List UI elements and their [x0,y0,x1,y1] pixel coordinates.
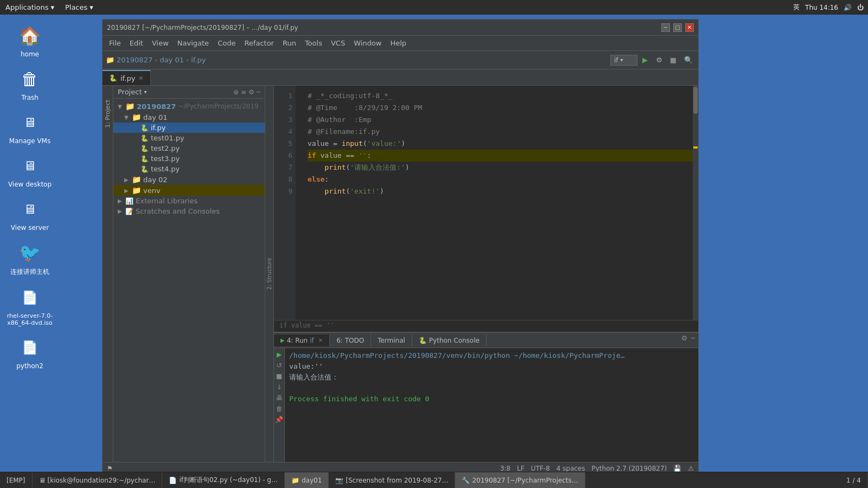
run-clear-btn[interactable]: 🗑 [275,404,284,413]
home-icon: 🏠 [17,23,43,49]
power-icon[interactable]: ⏻ [857,4,864,11]
code-lines[interactable]: # _*_coding:utf-8_*_ # @Time :8/29/19 2:… [303,86,693,320]
close-button[interactable]: ✕ [685,23,694,32]
tree-ext-libs-label: External Libraries [136,197,197,205]
indent[interactable]: 4 spaces [557,465,585,472]
desktop-icon-view-desktop[interactable]: 🖥 View desktop [3,150,57,191]
run-output[interactable]: /home/kiosk/PycharmProjects/20190827/ven… [285,348,698,462]
sync-icon[interactable]: ⊕ [233,88,239,96]
taskbar-pycharm[interactable]: 🔧 20190827 [~/PycharmProjects… [455,472,585,488]
pycharm-label: 20190827 [~/PycharmProjects… [472,477,578,484]
settings-icon[interactable]: ⚙ [248,88,254,96]
project-dropdown-arrow[interactable]: ▾ [144,89,146,95]
tree-day01[interactable]: ▼ 📁 day 01 [113,112,265,123]
debug-button[interactable]: ⚙ [653,54,666,67]
structure-label[interactable]: 2: Structure [266,258,272,290]
filter-icon[interactable]: ≡ [241,88,246,96]
menu-code[interactable]: Code [213,38,240,48]
desktop-icon-python2[interactable]: 📄 python2 [3,332,57,373]
run-pin-btn[interactable]: 📌 [275,415,284,424]
run-tab-todo[interactable]: 6: TODO [330,335,371,346]
code-line-8: else: [308,174,693,185]
taskbar: [EMP] 🖥 [kiosk@foundation29:~/pychar… 📄 … [0,472,868,488]
code-scroll[interactable]: 1 2 3 4 5 6 7 8 9 [274,86,698,320]
taskbar-emp[interactable]: [EMP] [0,472,33,488]
run-stop-btn[interactable]: ■ [275,372,284,381]
lang-indicator[interactable]: 英 [793,3,800,12]
run-play-btn[interactable]: ▶ [275,350,284,359]
view-server-label: View server [11,224,49,232]
menu-file[interactable]: File [105,38,125,48]
menu-navigate[interactable]: Navigate [173,38,213,48]
desktop-icon-home[interactable]: 🏠 home [3,20,57,61]
menu-help[interactable]: Help [386,38,411,48]
editor-content: 1 2 3 4 5 6 7 8 9 [274,86,698,462]
tree-root[interactable]: ▼ 📁 20190827 ~/PycharmProjects/2019 [113,101,265,112]
tree-test4[interactable]: 🐍 test4.py [113,164,265,174]
tree-external-libs[interactable]: ▶ 📊 External Libraries [113,196,265,206]
places-arrow: ▾ [90,3,93,11]
maximize-button[interactable]: □ [673,23,682,32]
taskbar-day01[interactable]: 📁 day01 [285,472,329,488]
tree-if-py[interactable]: 🐍 if.py [113,123,265,133]
run-tab-python-console[interactable]: 🐍 Python Console [412,335,487,346]
code-line-1: # _*_coding:utf-8_*_ [308,90,693,102]
desktop-icon-manage-vms[interactable]: 🖥 Manage VMs [3,107,57,147]
run-settings-icon[interactable]: ⚙ [681,334,688,342]
run-tab-terminal[interactable]: Terminal [371,335,412,346]
desktop-icon-rhel[interactable]: 📄 rhel-server-7.0-x86_64-dvd.iso [3,282,57,329]
collapse-icon[interactable]: ─ [257,88,260,96]
menu-run[interactable]: Run [278,38,301,48]
taskbar-kiosk[interactable]: 🖥 [kiosk@foundation29:~/pychar… [33,472,163,488]
run-config-selector[interactable]: if ▾ [610,55,637,66]
tree-venv[interactable]: ▶ 📁 venv [113,185,265,196]
breadcrumb-file[interactable]: if.py [191,56,206,64]
stop-button[interactable]: ■ [667,54,680,67]
menu-tools[interactable]: Tools [301,38,327,48]
hint-text: if value == '' [279,322,334,329]
save-icon[interactable]: 💾 [673,465,681,472]
breadcrumb-day01[interactable]: day 01 [159,56,184,64]
run-tab-label: 4: Run [287,337,308,344]
minimize-button[interactable]: ─ [661,23,670,32]
run-tab-close[interactable]: ✕ [318,337,323,343]
tree-day02[interactable]: ▶ 📁 day 02 [113,174,265,185]
applications-menu[interactable]: Applications ▾ [0,2,60,12]
run-button[interactable]: ▶ [639,54,652,67]
run-rerun-btn[interactable]: ↺ [275,361,284,370]
desktop-icon-trash[interactable]: 🗑 Trash [3,63,57,104]
menu-vcs[interactable]: VCS [327,38,349,48]
tree-test01[interactable]: 🐍 test01.py [113,133,265,143]
taskbar-screenshot[interactable]: 📷 [Screenshot from 2019-08-27… [329,472,455,488]
line-ending[interactable]: LF [517,465,525,472]
tab-close-button[interactable]: ✕ [138,75,143,82]
taskbar-if-py[interactable]: 📄 if判断语句02.py (~day01) - g… [162,472,285,488]
run-scroll-btn[interactable]: ↓ [275,383,284,391]
breadcrumb-project[interactable]: 20190827 [117,56,152,64]
run-tab-run[interactable]: ▶ 4: Run if ✕ [274,335,330,346]
editor-scrollbar[interactable] [693,86,698,320]
encoding[interactable]: UTF-8 [531,465,550,472]
menu-view[interactable]: View [148,38,173,48]
tree-test2[interactable]: 🐍 test2.py [113,143,265,153]
event-log-icon[interactable]: ⚠ [688,465,694,472]
run-print-btn[interactable]: 🖶 [275,394,284,402]
volume-icon[interactable]: 🔊 [844,4,852,11]
menu-refactor[interactable]: Refactor [240,38,278,48]
project-strip-label[interactable]: 1: Project [103,97,112,131]
menu-edit[interactable]: Edit [125,38,148,48]
tree-scratches[interactable]: ▶ 📝 Scratches and Consoles [113,206,265,216]
desktop-icon-connect[interactable]: 🐦 连接讲师主机 [3,237,57,279]
window-controls: ─ □ ✕ [661,23,694,32]
folder-icon: 📁 [132,186,141,195]
desktop-icon-view-server[interactable]: 🖥 View server [3,194,57,234]
tab-if-py[interactable]: 🐍 if.py ✕ [103,70,151,85]
code-line-9: print('exit!') [308,185,693,197]
search-button[interactable]: 🔍 [682,54,695,67]
places-menu[interactable]: Places ▾ [60,2,99,12]
tab-icon: 🐍 [109,74,117,82]
menu-window[interactable]: Window [349,38,386,48]
run-minimize-icon[interactable]: ─ [691,334,695,342]
statusbar-right: 3:8 LF UTF-8 4 spaces Python 2.7 (201908… [500,465,694,472]
tree-test3[interactable]: 🐍 test3.py [113,153,265,164]
